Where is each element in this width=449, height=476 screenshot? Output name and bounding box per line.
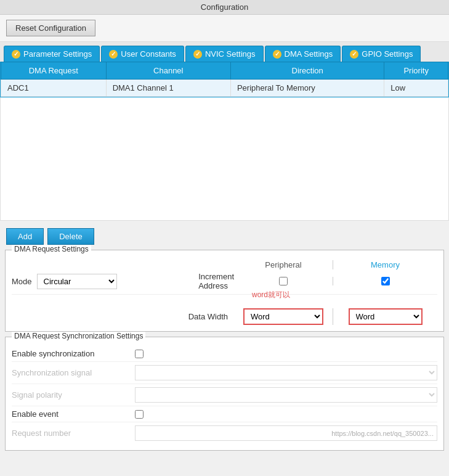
memory-width-select[interactable]: ByteHalf WordWord bbox=[349, 308, 423, 325]
cell-priority: Low bbox=[384, 80, 448, 97]
delete-button[interactable]: Delete bbox=[47, 228, 94, 245]
sync-settings-title: DMA Request Synchronization Settings bbox=[12, 332, 145, 340]
tabs: ✓ Parameter Settings ✓ User Constants ✓ … bbox=[0, 42, 449, 62]
table-wrapper: DMA Request Channel Direction Priority A… bbox=[0, 62, 449, 97]
request-number-label: Request number bbox=[12, 429, 135, 438]
add-button[interactable]: Add bbox=[6, 228, 44, 245]
memory-header: Memory bbox=[333, 260, 437, 269]
tab-nvic-label: NVIC Settings bbox=[205, 49, 256, 59]
enable-event-row: Enable event bbox=[12, 406, 437, 422]
request-number-select[interactable] bbox=[135, 425, 437, 441]
tab-nvic-icon: ✓ bbox=[193, 50, 202, 59]
peripheral-header: Peripheral bbox=[234, 260, 333, 269]
tab-parameter-icon: ✓ bbox=[12, 50, 20, 59]
sync-signal-select[interactable] bbox=[135, 365, 437, 380]
pm-header: Peripheral Memory bbox=[12, 260, 437, 269]
dma-sync-settings: DMA Request Synchronization Settings Ena… bbox=[5, 337, 444, 451]
enable-sync-checkbox[interactable] bbox=[135, 350, 144, 358]
increment-address-label: Increment Address bbox=[198, 272, 234, 290]
tab-gpio-label: GPIO Settings bbox=[362, 49, 413, 59]
empty-area bbox=[0, 97, 449, 221]
tab-parameter[interactable]: ✓ Parameter Settings bbox=[4, 46, 100, 62]
reset-config-button[interactable]: Reset Configuration bbox=[6, 20, 95, 36]
enable-event-label: Enable event bbox=[12, 409, 135, 419]
signal-polarity-select[interactable] bbox=[135, 387, 437, 403]
dma-request-settings-title: DMA Request Settings bbox=[12, 245, 91, 253]
tab-dma-icon: ✓ bbox=[273, 50, 281, 59]
tab-gpio-icon: ✓ bbox=[350, 50, 358, 59]
data-width-label: Data Width bbox=[188, 312, 228, 321]
tab-user[interactable]: ✓ User Constants bbox=[101, 46, 184, 62]
col-header-channel: Channel bbox=[106, 62, 230, 80]
mode-inc-row: Mode CircularNormal Increment Address wo… bbox=[12, 272, 437, 290]
tab-dma[interactable]: ✓ DMA Settings bbox=[265, 46, 341, 62]
enable-sync-row: Enable synchronization bbox=[12, 346, 437, 362]
tab-nvic[interactable]: ✓ NVIC Settings bbox=[185, 46, 264, 62]
sync-signal-label: Synchronization signal bbox=[12, 368, 135, 377]
enable-sync-label: Enable synchronization bbox=[12, 349, 135, 358]
cell-request: ADC1 bbox=[1, 80, 107, 97]
toolbar: Reset Configuration bbox=[0, 15, 449, 42]
signal-polarity-label: Signal polarity bbox=[12, 390, 135, 400]
sync-signal-row: Synchronization signal bbox=[12, 362, 437, 384]
peripheral-width-select[interactable]: ByteHalf WordWord bbox=[243, 308, 323, 325]
tab-dma-label: DMA Settings bbox=[285, 49, 333, 59]
cell-channel: DMA1 Channel 1 bbox=[106, 80, 230, 97]
tab-parameter-label: Parameter Settings bbox=[23, 49, 92, 59]
col-header-direction: Direction bbox=[230, 62, 384, 80]
request-number-row: Request number https://blog.csdn.net/qq_… bbox=[12, 422, 437, 444]
annotation-text: word就可以 bbox=[252, 290, 290, 300]
data-width-row: Data Width ByteHalf WordWord ByteHalf Wo… bbox=[12, 294, 437, 325]
col-header-priority: Priority bbox=[384, 62, 448, 80]
cell-direction: Peripheral To Memory bbox=[230, 80, 384, 97]
dma-request-settings: DMA Request Settings Peripheral Memory M… bbox=[5, 250, 444, 332]
tab-gpio[interactable]: ✓ GPIO Settings bbox=[342, 46, 421, 62]
dma-table: DMA Request Channel Direction Priority A… bbox=[1, 62, 448, 97]
sync-content: Enable synchronization Synchronization s… bbox=[12, 346, 437, 444]
title-bar: Configuration bbox=[0, 0, 449, 15]
mode-select[interactable]: CircularNormal bbox=[37, 274, 117, 289]
col-header-request: DMA Request bbox=[1, 62, 107, 80]
mode-label: Mode bbox=[12, 277, 32, 286]
tab-user-icon: ✓ bbox=[109, 50, 118, 59]
signal-polarity-row: Signal polarity bbox=[12, 384, 437, 406]
peripheral-increment-checkbox[interactable] bbox=[279, 277, 288, 285]
memory-increment-checkbox[interactable] bbox=[381, 277, 390, 285]
enable-event-checkbox[interactable] bbox=[135, 410, 144, 419]
tab-user-label: User Constants bbox=[121, 49, 176, 59]
table-row[interactable]: ADC1 DMA1 Channel 1 Peripheral To Memory… bbox=[1, 80, 448, 97]
